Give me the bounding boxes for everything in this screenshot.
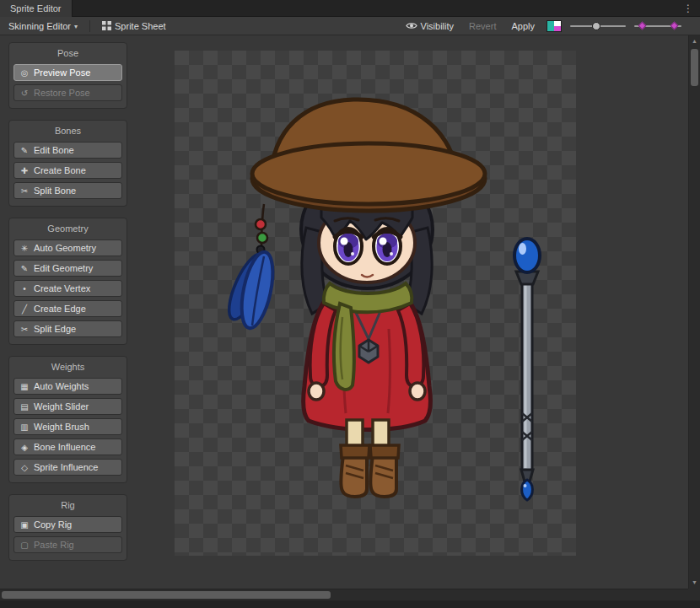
horizontal-scroll-thumb[interactable] <box>2 591 331 599</box>
sprite-sheet-label: Sprite Sheet <box>115 21 166 31</box>
button-label: Create Bone <box>34 165 86 175</box>
apply-button[interactable]: Apply <box>508 19 538 34</box>
button-label: Bone Influence <box>34 442 95 452</box>
auto-weights-icon: ▦ <box>19 382 30 391</box>
restore-pose-icon: ↺ <box>19 89 30 98</box>
panel-geometry: Geometry✳Auto Geometry✎Edit Geometry•Cre… <box>8 218 127 345</box>
panel-title: Bones <box>13 126 122 136</box>
split-edge-button[interactable]: ✂Split Edge <box>13 320 122 337</box>
scrollbar-corner <box>688 589 700 600</box>
window-bottom-edge <box>0 600 700 608</box>
edit-geometry-button[interactable]: ✎Edit Geometry <box>13 260 122 277</box>
button-label: Weight Brush <box>34 422 89 432</box>
button-label: Edit Bone <box>34 145 74 155</box>
create-bone-icon: ✚ <box>19 166 30 175</box>
skinning-editor-label: Skinning Editor <box>8 21 71 31</box>
panel-weights: Weights▦Auto Weights▤Weight Slider▥Weigh… <box>8 356 127 483</box>
auto-geometry-icon: ✳ <box>19 244 30 253</box>
button-label: Sprite Influence <box>34 462 98 472</box>
button-label: Split Bone <box>34 186 76 196</box>
witch-character-sprite[interactable] <box>222 100 485 497</box>
tool-panels: Pose◎Preview Pose↺Restore PoseBones✎Edit… <box>8 42 127 561</box>
panel-title: Rig <box>13 500 122 510</box>
left-boot <box>341 445 369 497</box>
sprite-sheet-icon <box>102 21 111 30</box>
create-bone-button[interactable]: ✚Create Bone <box>13 162 122 179</box>
overlay-color-swatch[interactable] <box>547 20 562 32</box>
pendant <box>359 340 378 363</box>
button-label: Create Edge <box>34 304 86 314</box>
sprite-influence-button[interactable]: ◇Sprite Influence <box>13 459 122 476</box>
split-bone-button[interactable]: ✂Split Bone <box>13 182 122 199</box>
split-edge-icon: ✂ <box>19 325 30 334</box>
panel-pose: Pose◎Preview Pose↺Restore Pose <box>8 42 127 109</box>
opacity-slider[interactable] <box>570 21 626 31</box>
tab-sprite-editor[interactable]: Sprite Editor <box>0 0 73 17</box>
weight-overlay-slider[interactable] <box>634 21 681 31</box>
button-label: Split Edge <box>34 324 76 334</box>
create-vertex-button[interactable]: •Create Vertex <box>13 280 122 297</box>
button-label: Create Vertex <box>34 283 90 293</box>
weight-slider-icon: ▤ <box>19 402 30 412</box>
scroll-up-icon[interactable]: ▲ <box>689 35 700 47</box>
copy-rig-icon: ▣ <box>19 520 30 530</box>
skinning-editor-dropdown[interactable]: Skinning Editor ▾ <box>5 19 81 34</box>
panel-bones: Bones✎Edit Bone✚Create Bone✂Split Bone <box>8 120 127 207</box>
eye-icon <box>406 21 417 30</box>
toolbar: Skinning Editor ▾ Sprite Sheet Visibilit… <box>0 17 700 35</box>
weight-brush-icon: ▥ <box>19 422 30 432</box>
weight-brush-button[interactable]: ▥Weight Brush <box>13 418 122 435</box>
auto-geometry-button[interactable]: ✳Auto Geometry <box>13 239 122 256</box>
chevron-down-icon: ▾ <box>74 23 78 30</box>
panel-title: Geometry <box>13 223 122 234</box>
button-label: Auto Geometry <box>34 243 96 253</box>
weight-slider-button[interactable]: ▤Weight Slider <box>13 398 122 415</box>
scroll-down-icon[interactable]: ▼ <box>689 577 700 589</box>
button-label: Copy Rig <box>34 519 72 530</box>
sprite-influence-icon: ◇ <box>19 463 30 472</box>
sprite-canvas[interactable] <box>175 51 576 556</box>
revert-button: Revert <box>466 19 499 34</box>
button-label: Restore Pose <box>34 88 90 98</box>
horizontal-scrollbar[interactable] <box>0 589 688 600</box>
panel-title: Weights <box>13 362 122 372</box>
slider-handle-max[interactable] <box>670 22 679 30</box>
visibility-button[interactable]: Visibility <box>402 19 458 34</box>
paste-rig-button: ▢Paste Rig <box>13 536 122 553</box>
window-menu-icon[interactable]: ⋮ <box>683 0 693 17</box>
create-edge-button[interactable]: ╱Create Edge <box>13 300 122 317</box>
create-vertex-icon: • <box>19 284 30 293</box>
bone-influence-button[interactable]: ◈Bone Influence <box>13 439 122 455</box>
panel-rig: Rig▣Copy Rig▢Paste Rig <box>8 494 127 561</box>
right-eye <box>374 229 401 264</box>
split-bone-icon: ✂ <box>19 186 30 196</box>
vertical-scrollbar[interactable]: ▲ ▼ <box>688 35 700 589</box>
slider-handle-min[interactable] <box>638 22 647 30</box>
sprite-sheet-button[interactable]: Sprite Sheet <box>99 19 170 34</box>
auto-weights-button[interactable]: ▦Auto Weights <box>13 378 122 395</box>
slider-knob[interactable] <box>592 22 600 30</box>
copy-rig-button[interactable]: ▣Copy Rig <box>13 516 122 533</box>
button-label: Paste Rig <box>34 540 74 550</box>
button-label: Auto Weights <box>34 381 89 391</box>
create-edge-icon: ╱ <box>19 304 30 314</box>
button-label: Preview Pose <box>34 67 90 78</box>
visibility-label: Visibility <box>421 21 455 31</box>
button-label: Edit Geometry <box>34 263 93 273</box>
preview-pose-button[interactable]: ◎Preview Pose <box>13 64 122 81</box>
edit-bone-icon: ✎ <box>19 146 30 155</box>
edit-bone-button[interactable]: ✎Edit Bone <box>13 142 122 159</box>
panel-title: Pose <box>13 48 122 58</box>
right-boot <box>370 445 399 497</box>
toolbar-divider <box>89 20 90 32</box>
staff-sprite[interactable] <box>514 239 540 500</box>
restore-pose-button: ↺Restore Pose <box>13 84 122 101</box>
edit-geometry-icon: ✎ <box>19 264 30 273</box>
preview-pose-icon: ◎ <box>19 68 30 78</box>
hat-feather-charm <box>222 204 278 331</box>
title-bar: Sprite Editor ⋮ <box>0 0 700 17</box>
left-eye <box>335 229 362 264</box>
vertical-scroll-thumb[interactable] <box>691 49 698 86</box>
paste-rig-icon: ▢ <box>19 541 30 550</box>
bone-influence-icon: ◈ <box>19 443 30 452</box>
